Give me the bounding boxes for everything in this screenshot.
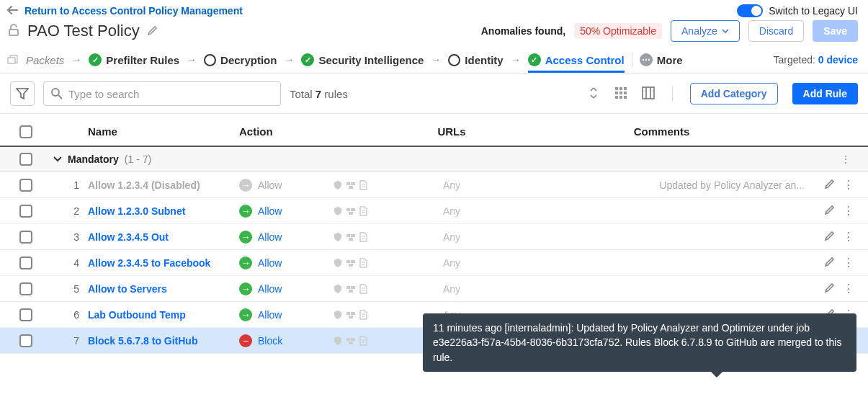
svg-rect-47 <box>346 338 350 341</box>
svg-rect-12 <box>619 96 622 99</box>
row-checkbox[interactable] <box>19 205 32 218</box>
col-name: Name <box>88 125 239 138</box>
action-link[interactable]: Allow <box>258 283 282 295</box>
action-link[interactable]: Allow <box>258 309 282 321</box>
discard-button[interactable]: Discard <box>748 20 804 42</box>
total-rules: Total 7 rules <box>290 88 348 100</box>
group-checkbox[interactable] <box>19 153 32 166</box>
add-category-button[interactable]: Add Category <box>690 83 778 104</box>
rule-name-link[interactable]: Allow 1.2.3.4 (Disabled) <box>88 179 200 191</box>
table-row[interactable]: 1Allow 1.2.3.4 (Disabled)→AllowAnyUpdate… <box>0 172 868 198</box>
grid-view-button[interactable] <box>614 86 627 102</box>
row-checkbox[interactable] <box>19 334 32 347</box>
svg-rect-49 <box>349 342 353 344</box>
comment-tooltip: 11 minutes ago [internaladmin]: Updated … <box>423 313 856 354</box>
action-link[interactable]: Allow <box>258 205 282 217</box>
group-more-button[interactable]: ⋮ <box>841 153 868 165</box>
rule-name-link[interactable]: Allow 1.2.3.0 Subnet <box>88 205 185 217</box>
rule-name-link[interactable]: Allow 2.3.4.5 to Facebook <box>88 257 210 269</box>
crumb-access-control[interactable]: ✓Access Control <box>528 53 625 73</box>
edit-row-button[interactable] <box>824 230 836 244</box>
row-checkbox[interactable] <box>19 282 32 295</box>
col-comments: Comments <box>513 125 810 138</box>
rule-name-link[interactable]: Allow 2.3.4.5 Out <box>88 231 169 243</box>
rule-badges <box>333 232 390 242</box>
crumb-more[interactable]: ⋯More <box>640 53 683 66</box>
legacy-toggle[interactable] <box>737 4 763 17</box>
group-count: (1 - 7) <box>125 153 151 165</box>
edit-row-button[interactable] <box>824 282 836 295</box>
col-action: Action <box>239 125 333 138</box>
back-arrow-icon <box>7 6 20 16</box>
row-menu-button[interactable]: ⋮ <box>843 282 854 295</box>
rule-name-link[interactable]: Lab Outbound Temp <box>88 309 186 321</box>
columns-button[interactable] <box>642 86 655 102</box>
row-checkbox[interactable] <box>19 308 32 321</box>
row-number: 1 <box>52 179 88 191</box>
table-row[interactable]: 3Allow 2.3.4.5 Out→AllowAny⋮ <box>0 224 868 250</box>
svg-rect-0 <box>9 30 18 35</box>
action-icon: → <box>239 257 252 269</box>
row-number: 5 <box>52 283 88 295</box>
action-icon: → <box>239 308 252 321</box>
row-number: 6 <box>52 309 88 321</box>
return-link[interactable]: Return to Access Control Policy Manageme… <box>7 5 243 17</box>
grid-icon <box>614 86 627 99</box>
rule-badges <box>333 336 390 346</box>
table-row[interactable]: 5Allow to Servers→AllowAny⋮ <box>0 276 868 302</box>
row-menu-button[interactable]: ⋮ <box>843 256 854 269</box>
row-menu-button[interactable]: ⋮ <box>843 204 854 218</box>
select-all-checkbox[interactable] <box>19 125 32 138</box>
rule-badges <box>333 180 390 190</box>
device-count[interactable]: 0 device <box>818 54 858 66</box>
action-link[interactable]: Block <box>258 335 282 347</box>
unlock-icon <box>7 24 20 39</box>
rule-name-link[interactable]: Allow to Servers <box>88 283 167 295</box>
action-link[interactable]: Allow <box>258 257 282 269</box>
anomalies-label: Anomalies found, <box>481 25 565 37</box>
action-icon: → <box>239 231 252 244</box>
add-rule-button[interactable]: Add Rule <box>792 83 858 104</box>
analyze-button[interactable]: Analyze <box>671 20 740 42</box>
table-row[interactable]: 2Allow 1.2.3.0 Subnet→AllowAny⋮ <box>0 198 868 224</box>
pencil-icon <box>147 24 158 36</box>
edit-row-button[interactable] <box>824 256 836 269</box>
group-name: Mandatory <box>68 153 119 165</box>
rule-name-link[interactable]: Block 5.6.7.8 to GitHub <box>88 335 197 347</box>
edit-row-button[interactable] <box>824 204 836 218</box>
edit-title-button[interactable] <box>147 24 158 38</box>
row-menu-button[interactable]: ⋮ <box>843 178 854 192</box>
save-button: Save <box>813 20 858 42</box>
circle-icon <box>448 54 460 66</box>
crumb-decryption[interactable]: Decryption <box>204 54 277 66</box>
svg-rect-34 <box>349 264 353 267</box>
col-urls: URLs <box>390 125 513 138</box>
row-checkbox[interactable] <box>19 179 32 192</box>
group-row-mandatory[interactable]: Mandatory (1 - 7) ⋮ <box>0 147 868 172</box>
table-header: Name Action URLs Comments <box>0 114 868 147</box>
svg-rect-7 <box>624 87 627 90</box>
svg-rect-39 <box>349 290 353 293</box>
svg-rect-37 <box>346 286 350 289</box>
svg-rect-2 <box>8 58 15 63</box>
row-checkbox[interactable] <box>19 231 32 244</box>
crumb-prefilter[interactable]: ✓Prefilter Rules <box>89 53 179 66</box>
action-link[interactable]: Allow <box>258 231 282 243</box>
svg-rect-11 <box>615 96 618 99</box>
action-icon: − <box>239 334 252 347</box>
crumb-security[interactable]: ✓Security Intelligence <box>301 53 424 66</box>
search-input[interactable] <box>43 81 281 106</box>
legacy-label: Switch to Legacy UI <box>769 5 858 17</box>
row-menu-button[interactable]: ⋮ <box>843 230 854 244</box>
filter-button[interactable] <box>10 81 35 106</box>
collapse-all-button[interactable] <box>587 87 600 101</box>
search-icon <box>50 87 63 100</box>
row-checkbox[interactable] <box>19 257 32 269</box>
rule-badges <box>333 310 390 320</box>
crumb-identity[interactable]: Identity <box>448 54 503 66</box>
crumb-packets[interactable]: Packets <box>26 54 64 66</box>
action-link[interactable]: Allow <box>258 179 282 191</box>
edit-row-button[interactable] <box>824 178 836 192</box>
table-row[interactable]: 4Allow 2.3.4.5 to Facebook→AllowAny⋮ <box>0 250 868 276</box>
svg-rect-10 <box>624 92 627 94</box>
